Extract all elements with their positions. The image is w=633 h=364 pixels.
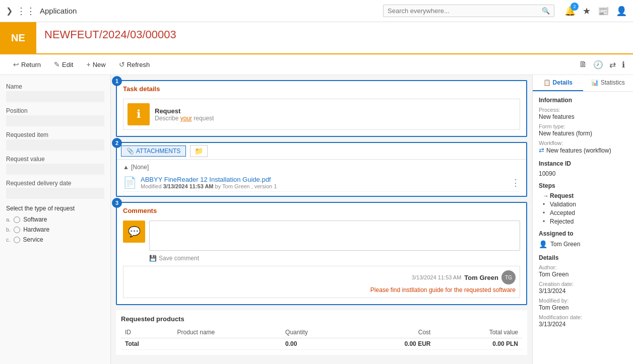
section-number-2: 2 xyxy=(112,138,122,148)
toolbar: ↩ Return ✎ Edit + New ↺ Refresh 🗎 🕗 ⇄ ℹ xyxy=(0,54,633,75)
user-icon: 👤 xyxy=(539,240,547,248)
radio-hardware[interactable]: b. Hardware xyxy=(6,226,104,233)
attachment-meta: Modified 3/13/2024 11:53 AM by Tom Green… xyxy=(141,183,507,189)
form-type-value: New features (form) xyxy=(539,130,627,137)
main-layout: Name Position Requested item Request val… xyxy=(0,75,633,364)
return-icon: ↩ xyxy=(13,60,19,68)
task-item: ℹ Request Describe your request xyxy=(123,99,520,130)
edit-button[interactable]: ✎ Edit xyxy=(49,58,78,70)
workflow-icon: ⇄ xyxy=(539,147,544,154)
att-group-header: ▲ [None] xyxy=(123,164,520,171)
step-rejected: Rejected xyxy=(543,218,627,225)
search-icon[interactable]: 🔍 xyxy=(542,7,550,15)
comment-entry: 3/13/2024 11:53 AM Tom Green TG Please f… xyxy=(123,266,520,298)
task-desc-link[interactable]: your xyxy=(180,115,192,122)
comment-icon-box: 💬 xyxy=(123,221,145,243)
plugin-icon[interactable]: 🗎 xyxy=(579,60,587,69)
creation-date-label: Creation date: xyxy=(539,281,627,287)
comment-avatar: TG xyxy=(501,270,516,284)
attachment-info: ABBYY FineReader 12 Installation Guide.p… xyxy=(141,176,507,189)
new-label: New xyxy=(93,61,106,68)
statistics-tab-label: Statistics xyxy=(601,79,625,86)
attachments-tab[interactable]: 📎 ATTACHMENTS xyxy=(121,145,186,157)
form-field-name: Name xyxy=(6,83,104,102)
step-accepted: Accepted xyxy=(543,209,627,216)
radio-software-circle xyxy=(14,216,20,223)
radio-software[interactable]: a. Software xyxy=(6,216,104,223)
chat-icon: 💬 xyxy=(128,226,141,238)
form-field-request-value: Request value xyxy=(6,156,104,175)
form-field-position: Position xyxy=(6,107,104,126)
radio-service[interactable]: c. Service xyxy=(6,236,104,243)
right-panel: 📋 Details 📊 Statistics Information Proce… xyxy=(532,75,633,364)
attachments-body: ▲ [None] 📄 ABBYY FineReader 12 Installat… xyxy=(117,160,526,196)
col-id: ID xyxy=(121,327,173,338)
new-icon: + xyxy=(86,60,90,68)
tab-details[interactable]: 📋 Details xyxy=(533,75,583,91)
attachment-item: 📄 ABBYY FineReader 12 Installation Guide… xyxy=(123,174,520,192)
attachment-more-icon[interactable]: ⋮ xyxy=(511,177,520,188)
total-value: 0.00 PLN xyxy=(434,338,522,350)
total-cost: 0.00 EUR xyxy=(354,338,435,350)
comment-textarea[interactable] xyxy=(149,221,520,251)
paperclip-icon: 📎 xyxy=(126,148,134,155)
step-validation: Validation xyxy=(543,201,627,208)
field-value-requested-item[interactable] xyxy=(6,139,104,151)
user-avatar-icon[interactable]: 👤 xyxy=(616,6,627,17)
attachments-tab-label: ATTACHMENTS xyxy=(136,148,180,155)
return-button[interactable]: ↩ Return xyxy=(8,58,46,70)
task-desc: Describe your request xyxy=(155,115,214,122)
new-button[interactable]: + New xyxy=(81,58,110,70)
workflow-label: Workflow: xyxy=(539,140,627,146)
form-field-requested-item: Requested item xyxy=(6,131,104,151)
att-version: , version 1 xyxy=(251,183,277,189)
field-value-position[interactable] xyxy=(6,115,104,126)
history-icon[interactable]: 🕗 xyxy=(593,60,603,69)
folder-icon[interactable]: 📁 xyxy=(190,145,208,157)
center-panel: 1 Task details ℹ Request Describe your r… xyxy=(111,75,532,364)
edit-label: Edit xyxy=(62,61,73,68)
favorite-icon[interactable]: ★ xyxy=(583,6,591,17)
share-icon[interactable]: ⇄ xyxy=(609,60,616,69)
form-type-label: Form type: xyxy=(539,123,627,129)
col-total-value: Total value xyxy=(434,327,522,338)
field-value-delivery-date[interactable] xyxy=(6,188,104,199)
top-bar: ❯ ⋮⋮ Application 🔍 🔔 2 ★ 📰 👤 xyxy=(0,0,633,22)
collapse-icon[interactable]: ▲ xyxy=(123,164,129,171)
cards-icon[interactable]: 📰 xyxy=(598,6,609,17)
comments-body: 💬 💾 Save comment 3/13/2024 11:53 AM Tom … xyxy=(117,216,526,304)
field-value-name[interactable] xyxy=(6,91,104,102)
app-menu-dots[interactable]: ⋮⋮ xyxy=(17,6,36,17)
attachment-filename[interactable]: ABBYY FineReader 12 Installation Guide.p… xyxy=(141,176,507,183)
col-product-name: Product name xyxy=(173,327,282,338)
field-value-request-value[interactable] xyxy=(6,164,104,175)
save-comment-button[interactable]: 💾 Save comment xyxy=(149,255,199,262)
comment-meta: 3/13/2024 11:53 AM Tom Green TG xyxy=(128,270,516,284)
tab-statistics[interactable]: 📊 Statistics xyxy=(583,75,634,91)
form-field-delivery-date: Requested delivery date xyxy=(6,180,104,199)
col-cost: Cost xyxy=(354,327,435,338)
request-type-label: Select the type of request xyxy=(6,205,104,212)
comments-section: 3 Comments 💬 💾 Save comment 3/13/2024 11… xyxy=(116,202,527,305)
edit-icon: ✎ xyxy=(54,60,60,68)
search-input[interactable] xyxy=(388,7,542,15)
refresh-button[interactable]: ↺ Refresh xyxy=(114,58,155,70)
left-panel: Name Position Requested item Request val… xyxy=(0,75,111,364)
collapse-arrow[interactable]: ❯ xyxy=(6,6,13,16)
task-details-section: 1 Task details ℹ Request Describe your r… xyxy=(116,80,527,137)
comments-title: Comments xyxy=(117,203,526,216)
details-tab-label: Details xyxy=(553,79,573,86)
products-title: Requested products xyxy=(121,315,522,323)
attachments-section: 2 📎 ATTACHMENTS 📁 ▲ [None] 📄 ABBYY FineR… xyxy=(116,142,527,197)
comment-time: 3/13/2024 11:53 AM xyxy=(412,274,461,280)
author-label: Author: xyxy=(539,264,627,270)
total-label: Total xyxy=(121,338,173,350)
total-empty xyxy=(173,338,282,350)
info-icon[interactable]: ℹ xyxy=(622,60,625,69)
notification-button[interactable]: 🔔 2 xyxy=(564,6,576,17)
step-request: Request xyxy=(543,192,627,199)
table-header-row: ID Product name Quantity Cost Total valu… xyxy=(121,327,522,338)
comment-input-area: 💬 xyxy=(123,221,520,251)
att-group-label: [None] xyxy=(131,164,149,171)
document-id: NEWFEUT/2024/03/00003 xyxy=(44,28,625,41)
